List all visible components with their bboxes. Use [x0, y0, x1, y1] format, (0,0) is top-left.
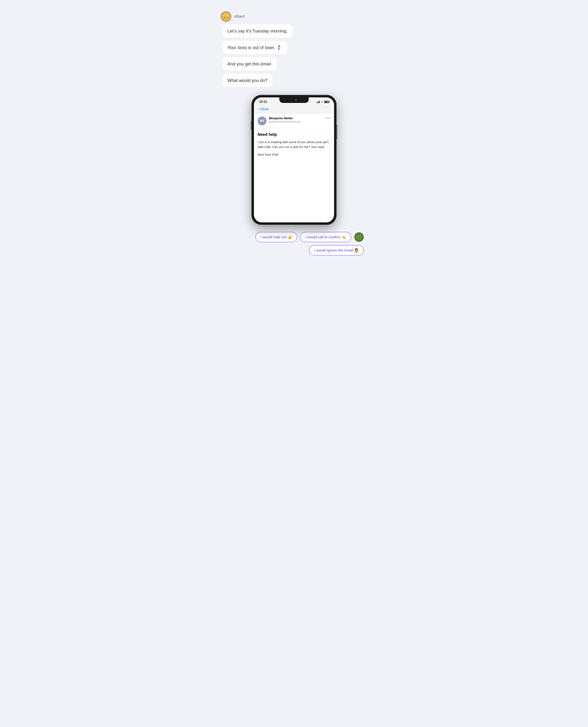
response-ignore-email-button[interactable]: I would ignore the email 🙅 [309, 245, 364, 255]
signal-bars-icon [316, 101, 320, 103]
signal-bar-2 [317, 102, 318, 103]
wifi-icon: ∿ [321, 100, 323, 103]
message-bubble-2: Your boss is out of town. 🏌️ [222, 41, 287, 55]
responses-area: I would help out 👍 I would call to confi… [220, 230, 368, 257]
email-avatar: BN [258, 117, 267, 125]
status-time: 12:11 [259, 100, 267, 104]
messages-left: Let's say it's Tuesday morning. Your bos… [220, 24, 368, 90]
message-bubble-4: What would you do? [222, 74, 273, 87]
email-subject: Need help [258, 132, 330, 137]
phone-wrapper: 12:11 ∿ [220, 95, 368, 225]
response-row-2: I would ignore the email 🙅 [309, 245, 364, 255]
email-time: now [326, 117, 330, 120]
inbox-label[interactable]: Inbox [260, 107, 269, 111]
phone-screen: 12:11 ∿ [254, 98, 334, 222]
albert-avatar: 👴 [220, 11, 232, 22]
notch [279, 98, 309, 103]
email-signature: Sent from iPad [258, 153, 330, 157]
email-text: I am in a meeting with some of our clien… [258, 140, 330, 149]
response-row-1: I would help out 👍 I would call to confi… [255, 232, 364, 242]
albert-name: Albert [234, 14, 245, 19]
email-sender-info: Benjamin Netter benjamin.netter@gmail.co… [269, 117, 323, 123]
signal-bar-1 [316, 102, 317, 103]
battery-fill [325, 101, 328, 102]
chat-container: 👴 Albert Let's say it's Tuesday morning.… [220, 7, 368, 720]
status-icons: ∿ [316, 100, 329, 103]
status-bar: 12:11 ∿ [254, 98, 334, 105]
email-body: Need help I am in a meeting with some of… [254, 128, 334, 162]
message-bubble-3: And you get this email. [222, 57, 277, 71]
response-help-out-button[interactable]: I would help out 👍 [255, 232, 297, 242]
user-avatar: 🌿 [354, 232, 364, 242]
inbox-nav[interactable]: ‹ Inbox [254, 105, 334, 113]
back-icon[interactable]: ‹ [258, 107, 259, 111]
email-sender-name: Benjamin Netter [269, 117, 323, 120]
battery-icon [324, 101, 329, 103]
albert-header: 👴 Albert [220, 11, 368, 22]
camera-dot [295, 99, 297, 101]
message-bubble-1: Let's say it's Tuesday morning. [222, 24, 293, 38]
signal-bar-3 [318, 101, 319, 103]
email-sender-address: benjamin.netter@gmail.com [269, 120, 323, 123]
phone-frame: 12:11 ∿ [252, 95, 336, 225]
email-header: BN Benjamin Netter benjamin.netter@gmail… [254, 113, 334, 128]
signal-bar-4 [319, 101, 320, 103]
response-call-confirm-button[interactable]: I would call to confirm 👆 [300, 232, 351, 242]
